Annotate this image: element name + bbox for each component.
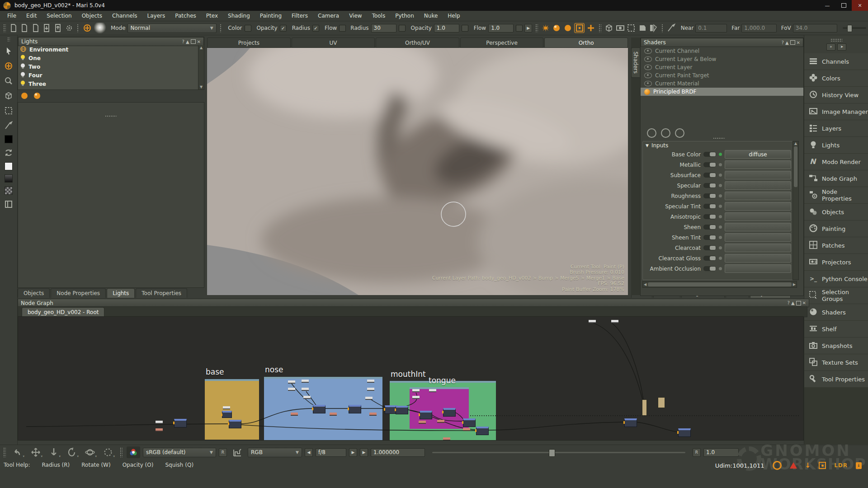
input-connection-dot[interactable] xyxy=(719,257,722,260)
paint-through-icon[interactable] xyxy=(667,23,676,33)
panel-close-icon[interactable]: ✕ xyxy=(797,40,800,45)
panel-float-icon[interactable] xyxy=(191,39,196,44)
viewport-tab[interactable]: Projects xyxy=(207,38,291,48)
palette-item[interactable]: History View xyxy=(804,87,868,103)
focus-region-icon[interactable]: ▾ xyxy=(100,446,116,458)
graph-node[interactable] xyxy=(412,396,420,399)
shader-list-item[interactable]: Current Material xyxy=(641,80,803,88)
graph-node[interactable] xyxy=(624,418,637,427)
menu-item[interactable]: File xyxy=(3,12,21,20)
input-connection-dot[interactable] xyxy=(719,184,722,187)
input-channel-button[interactable] xyxy=(725,181,791,190)
menu-item[interactable]: Filters xyxy=(287,12,312,20)
menu-item[interactable]: Camera xyxy=(313,12,344,20)
input-toggle[interactable] xyxy=(703,152,716,157)
graph-node[interactable] xyxy=(156,421,163,424)
input-toggle[interactable] xyxy=(703,256,716,261)
input-connection-dot[interactable] xyxy=(719,215,722,218)
input-connection-dot[interactable] xyxy=(719,153,722,156)
select-tool-icon[interactable] xyxy=(3,46,14,56)
panel-close-icon[interactable]: ✕ xyxy=(802,300,806,305)
viewport-tab[interactable]: UV xyxy=(292,38,375,48)
open-project-icon[interactable] xyxy=(20,23,29,33)
palette-item[interactable]: Snapshots xyxy=(804,338,868,354)
export-file-icon[interactable]: ↓ xyxy=(856,462,862,469)
frame-down-icon[interactable]: ▾ xyxy=(46,446,61,458)
viewport-canvas[interactable]: Current Tool: Paint (P)Brush Pressure: 0… xyxy=(207,48,628,295)
input-channel-button[interactable] xyxy=(725,192,791,200)
palette-item[interactable]: Projectors xyxy=(804,254,868,270)
palette-item[interactable]: Shelf xyxy=(804,321,868,337)
menu-item[interactable]: Shading xyxy=(223,12,255,20)
graph-node[interactable] xyxy=(288,388,295,391)
zoom-tool-icon[interactable] xyxy=(3,75,14,86)
input-channel-button[interactable] xyxy=(725,264,791,273)
input-toggle[interactable] xyxy=(703,183,716,188)
graph-node[interactable] xyxy=(443,437,450,441)
graph-node[interactable] xyxy=(288,380,295,384)
fstop-prev-button[interactable]: ◀ xyxy=(305,448,313,457)
reset-gain-button[interactable]: R xyxy=(693,448,701,457)
menu-item[interactable]: Selection xyxy=(42,12,76,20)
inputs-hscrollbar[interactable]: ◀▶ xyxy=(642,281,797,288)
expand-all-icon[interactable]: » xyxy=(826,43,835,51)
input-toggle[interactable] xyxy=(703,235,716,240)
download-status-icon[interactable]: ↓ xyxy=(805,461,811,469)
shape-mask-icon[interactable] xyxy=(638,23,647,33)
orbit-view-icon[interactable]: ▾ xyxy=(82,446,98,458)
input-toggle[interactable] xyxy=(703,245,716,250)
settings-icon[interactable] xyxy=(64,23,74,33)
graph-node[interactable] xyxy=(349,405,361,413)
shaders-vertical-tab[interactable]: Shaders xyxy=(631,47,640,78)
exposure-slider-knob[interactable] xyxy=(549,449,555,457)
exposure-field[interactable]: 1.000000 xyxy=(371,448,425,457)
menu-item[interactable]: Channels xyxy=(108,12,142,20)
input-connection-dot[interactable] xyxy=(719,225,722,229)
panel-splitter-handle[interactable] xyxy=(713,137,725,140)
graph-node[interactable] xyxy=(589,320,596,323)
menu-item[interactable]: Edit xyxy=(22,12,41,20)
node-group-base[interactable] xyxy=(205,379,259,440)
input-toggle[interactable] xyxy=(703,204,716,209)
graph-node[interactable] xyxy=(611,320,618,323)
panel-help-icon[interactable]: ? xyxy=(788,300,790,305)
input-connection-dot[interactable] xyxy=(719,163,722,166)
brush-tip-preview[interactable] xyxy=(94,23,106,33)
marquee-select-tool-icon[interactable] xyxy=(3,105,14,116)
undo-view-icon[interactable]: ▾ xyxy=(10,446,25,458)
exposure-slider[interactable] xyxy=(432,452,685,453)
palette-item[interactable]: Image Manager xyxy=(804,103,868,120)
input-connection-dot[interactable] xyxy=(719,174,722,177)
graph-node[interactable] xyxy=(476,427,489,435)
input-channel-button[interactable] xyxy=(725,233,791,242)
viewport-tab[interactable]: Ortho xyxy=(544,38,628,48)
channel-select[interactable]: RGB ▼ xyxy=(248,448,302,457)
gradient-swatch[interactable] xyxy=(5,174,13,183)
lighting-basic-icon[interactable] xyxy=(563,23,573,33)
fstop-field[interactable]: f/8 xyxy=(316,448,346,457)
input-channel-button[interactable] xyxy=(725,202,791,211)
pin-pointer-icon[interactable]: ➤ xyxy=(837,43,846,51)
inputs-scrollbar[interactable]: ▲ xyxy=(793,141,799,280)
input-channel-button[interactable] xyxy=(725,254,791,263)
opacity-field[interactable]: 1.0 xyxy=(434,24,459,33)
radius-pressure-checkbox[interactable] xyxy=(312,25,319,32)
graph-node[interactable] xyxy=(419,421,426,424)
light-list-item[interactable]: One xyxy=(18,54,198,62)
graph-node[interactable] xyxy=(412,389,420,392)
panel-close-icon[interactable]: ✕ xyxy=(197,39,201,44)
input-connection-dot[interactable] xyxy=(719,267,722,270)
graph-node[interactable] xyxy=(367,388,374,391)
radius-field[interactable]: 30 xyxy=(371,24,396,33)
panel-float-icon[interactable] xyxy=(790,40,795,45)
color-management-icon[interactable] xyxy=(127,446,140,458)
graph-node[interactable] xyxy=(642,399,647,416)
export-icon[interactable] xyxy=(53,23,63,33)
toolbar-expand-button[interactable]: ▶ xyxy=(524,24,532,33)
flow-lock-checkbox[interactable] xyxy=(516,25,523,32)
menu-item[interactable]: Ptex xyxy=(202,12,222,20)
opacity-pressure-checkbox[interactable] xyxy=(280,25,287,32)
light-list-item[interactable]: Environment xyxy=(18,45,198,54)
menu-item[interactable]: Patches xyxy=(170,12,201,20)
graph-node[interactable] xyxy=(156,428,163,432)
